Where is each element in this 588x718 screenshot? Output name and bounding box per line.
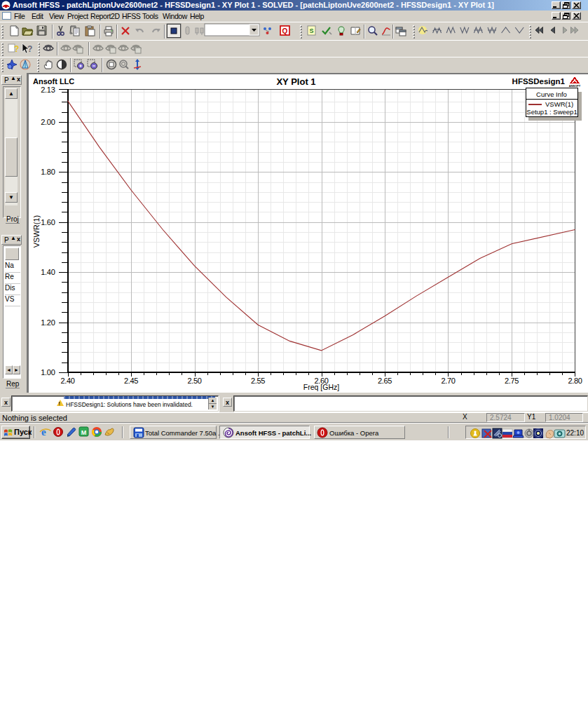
svg-text:1.80: 1.80 xyxy=(41,168,55,176)
svg-text:Setup1 : Sweep1: Setup1 : Sweep1 xyxy=(526,108,577,116)
svg-text:2.70: 2.70 xyxy=(441,377,455,385)
svg-text:2.00: 2.00 xyxy=(41,118,55,126)
svg-text:Freq [GHz]: Freq [GHz] xyxy=(303,383,339,391)
svg-text:2.50: 2.50 xyxy=(187,377,201,385)
svg-text:ANSOFT: ANSOFT xyxy=(569,84,581,88)
svg-text:Ansoft LLC: Ansoft LLC xyxy=(33,77,74,86)
svg-text:2.45: 2.45 xyxy=(124,377,138,385)
svg-text:Q: Q xyxy=(282,27,288,35)
svg-text:1.20: 1.20 xyxy=(41,318,55,327)
svg-text:1.40: 1.40 xyxy=(41,268,55,276)
svg-text:2.13: 2.13 xyxy=(41,86,55,94)
svg-text:1.60: 1.60 xyxy=(41,218,55,226)
svg-text:?: ? xyxy=(27,44,32,54)
svg-text:1.00: 1.00 xyxy=(41,368,55,377)
svg-text:2.80: 2.80 xyxy=(568,377,582,385)
svg-text:2.55: 2.55 xyxy=(251,377,265,385)
svg-text:VSWR(1): VSWR(1) xyxy=(545,100,573,108)
svg-text:HFSSDesign1: HFSSDesign1 xyxy=(512,77,566,86)
svg-text:2.75: 2.75 xyxy=(505,377,519,385)
svg-text:2.65: 2.65 xyxy=(378,377,392,385)
svg-text:XY Plot 1: XY Plot 1 xyxy=(276,76,315,87)
svg-text:Curve Info: Curve Info xyxy=(536,90,567,98)
svg-text:S: S xyxy=(309,27,313,34)
svg-text:VSWR(1): VSWR(1) xyxy=(32,215,41,248)
svg-text:2.40: 2.40 xyxy=(60,377,74,385)
svg-text:?: ? xyxy=(14,44,19,54)
